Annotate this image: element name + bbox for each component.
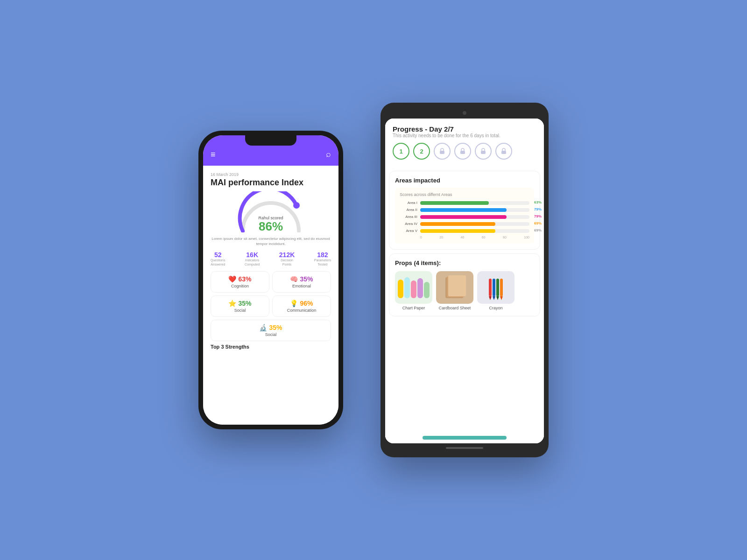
brain-icon: 🧠 xyxy=(290,275,298,283)
gauge-svg: Rahul scored 86% xyxy=(233,191,308,232)
chart-container: Scores across differnt Areas Area I 63% … xyxy=(395,188,534,244)
stat-decisions: 212K DecisionPoints xyxy=(279,251,295,266)
gauge-text: Rahul scored 86% xyxy=(258,216,283,232)
svg-rect-2 xyxy=(460,151,465,154)
phone2-bottom-bar xyxy=(385,443,544,453)
day-circle-5 xyxy=(475,143,492,160)
prop-label-chart-paper: Chart Paper xyxy=(402,306,425,310)
paper-rolls xyxy=(398,277,430,298)
day-circle-2[interactable]: 2 xyxy=(413,143,430,160)
heart-icon: ❤️ xyxy=(228,275,236,283)
bar-fill xyxy=(420,215,507,219)
bar-pct: 69% xyxy=(534,221,542,225)
top3-label: Top 3 Strengths xyxy=(211,344,331,350)
props-section: Props (4 items): xyxy=(389,253,540,316)
cat-communication[interactable]: 💡 96% Communication xyxy=(272,295,331,317)
stat-parameters: 182 ParametersTested xyxy=(314,251,331,266)
props-grid: Chart Paper Cardboard She xyxy=(395,271,534,310)
stat-label: QuestionsAnswered xyxy=(211,259,226,266)
mai-date: 16 March 2019 xyxy=(211,172,331,177)
prop-crayon[interactable]: Crayon xyxy=(477,271,514,310)
progress-title: Progress - Day 2/7 xyxy=(393,125,536,133)
stat-value: 16K xyxy=(245,251,260,259)
axis-100: 100 xyxy=(524,236,529,239)
bar-row-area1: Area I 63% xyxy=(400,201,529,205)
cat-cognition[interactable]: ❤️ 63% Cognition xyxy=(211,271,269,293)
phone2-screen: Progress - Day 2/7 This activity needs t… xyxy=(385,119,544,443)
phone1-device: ≡ ⌕ 16 March 2019 MAI performance Index xyxy=(198,131,343,429)
svg-marker-14 xyxy=(496,296,499,300)
bar-track: 79% xyxy=(420,215,529,219)
bar-row-area5: Area V 69% xyxy=(400,229,529,233)
stat-value: 212K xyxy=(279,251,295,259)
phone2-scroll: Progress - Day 2/7 This activity needs t… xyxy=(385,119,544,443)
gauge-container: Rahul scored 86% xyxy=(211,191,331,232)
svg-rect-1 xyxy=(440,151,444,154)
phone1-notch xyxy=(245,135,296,146)
bar-row-area2: Area II 79% xyxy=(400,208,529,212)
stats-row: 52 QuestionsAnswered 16K IndicatorsCompu… xyxy=(211,251,331,266)
bar-fill xyxy=(420,208,507,212)
roll-purple xyxy=(417,278,423,298)
scene: ≡ ⌕ 16 March 2019 MAI performance Index xyxy=(198,103,549,457)
axis-80: 80 xyxy=(503,236,507,239)
categories-grid: ❤️ 63% Cognition 🧠 35% Emotional xyxy=(211,271,331,341)
prop-thumb-chart-paper xyxy=(395,271,432,304)
cat-social[interactable]: ⭐ 35% Social xyxy=(211,295,269,317)
prop-thumb-cardboard xyxy=(436,271,473,304)
phone2-camera xyxy=(463,111,466,115)
progress-section: Progress - Day 2/7 This activity needs t… xyxy=(385,119,544,167)
mai-description: Lorem ipsum dolor sit amet, consectetur … xyxy=(211,236,331,246)
cat-card-top: ⭐ 35% xyxy=(228,300,251,307)
progress-subtitle: This activity needs to be done for the 6… xyxy=(393,133,536,138)
svg-marker-12 xyxy=(489,296,492,300)
bar-fill xyxy=(420,222,495,226)
cat-card-top: 💡 96% xyxy=(290,300,313,307)
cat-card-top: 🧠 35% xyxy=(290,275,313,283)
props-title: Props (4 items): xyxy=(395,259,534,266)
axis-40: 40 xyxy=(461,236,465,239)
bar-pct: 79% xyxy=(534,207,542,211)
bar-track: 79% xyxy=(420,208,529,212)
cat-emotional[interactable]: 🧠 35% Emotional xyxy=(272,271,331,293)
day-circle-4 xyxy=(454,143,471,160)
bar-label: Area V xyxy=(400,229,417,233)
prop-label-crayon: Crayon xyxy=(489,306,502,310)
cat-label: Social xyxy=(234,308,246,313)
chart-title: Scores across differnt Areas xyxy=(400,192,529,197)
prop-chart-paper[interactable]: Chart Paper xyxy=(395,271,432,310)
cat-social2[interactable]: 🔬 35% Social xyxy=(211,320,331,341)
menu-icon[interactable]: ≡ xyxy=(211,150,216,159)
bar-fill xyxy=(420,229,495,233)
stat-value: 182 xyxy=(314,251,331,259)
x-axis: 0 20 40 60 80 100 xyxy=(420,236,529,239)
stat-label: ParametersTested xyxy=(314,259,331,266)
bulb-icon: 💡 xyxy=(290,300,298,307)
bar-track: 69% xyxy=(420,222,529,226)
cat-pct: 35% xyxy=(238,300,251,307)
search-icon[interactable]: ⌕ xyxy=(326,149,331,159)
prop-label-cardboard: Cardboard Sheet xyxy=(439,306,471,310)
day-circles: 1 2 xyxy=(393,143,536,160)
cat-pct: 96% xyxy=(300,300,313,307)
svg-marker-15 xyxy=(500,296,503,300)
day-circle-1[interactable]: 1 xyxy=(393,143,409,160)
stat-questions: 52 QuestionsAnswered xyxy=(211,251,226,266)
prop-cardboard[interactable]: Cardboard Sheet xyxy=(436,271,473,310)
prop-thumb-crayon xyxy=(477,271,514,304)
svg-rect-4 xyxy=(501,151,506,154)
axis-0: 0 xyxy=(420,236,422,239)
bar-label: Area II xyxy=(400,208,417,212)
roll-cyan xyxy=(404,277,410,298)
svg-marker-13 xyxy=(493,296,495,300)
phone2-home-bar xyxy=(446,447,483,449)
cat-label: Communication xyxy=(287,308,317,313)
svg-rect-10 xyxy=(496,279,499,296)
cat-pct: 63% xyxy=(238,275,251,283)
bottom-teal-bar xyxy=(423,436,507,440)
bar-track: 63% xyxy=(420,201,529,205)
phone2-top-bar xyxy=(385,107,544,119)
stat-value: 52 xyxy=(211,251,226,259)
stat-label: IndicatorsComputed xyxy=(245,259,260,266)
bar-pct: 63% xyxy=(534,200,542,204)
